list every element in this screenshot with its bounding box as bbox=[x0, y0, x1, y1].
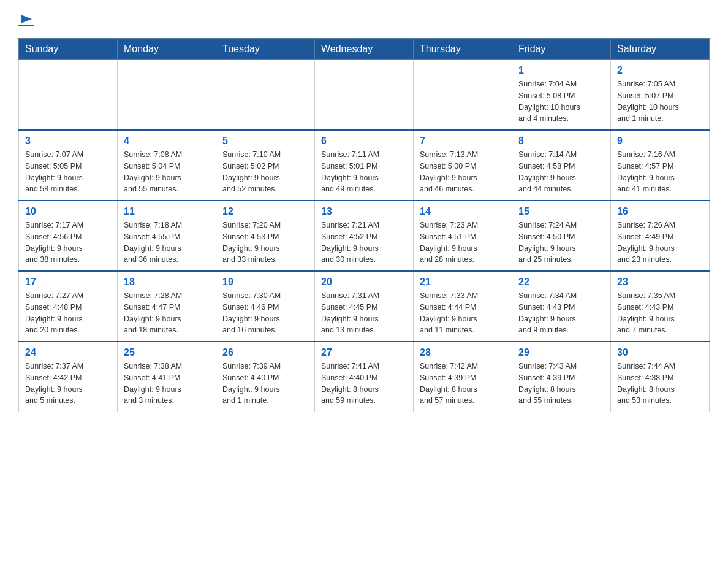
day-info: Sunrise: 7:27 AMSunset: 4:48 PMDaylight:… bbox=[25, 290, 111, 336]
calendar-cell: 9Sunrise: 7:16 AMSunset: 4:57 PMDaylight… bbox=[611, 130, 710, 201]
day-info: Sunrise: 7:43 AMSunset: 4:39 PMDaylight:… bbox=[518, 361, 604, 407]
day-number: 8 bbox=[518, 136, 604, 147]
day-number: 25 bbox=[124, 347, 210, 358]
day-info: Sunrise: 7:41 AMSunset: 4:40 PMDaylight:… bbox=[321, 361, 407, 407]
day-info: Sunrise: 7:17 AMSunset: 4:56 PMDaylight:… bbox=[25, 220, 111, 266]
calendar-cell bbox=[19, 60, 118, 131]
calendar-week-row-4: 17Sunrise: 7:27 AMSunset: 4:48 PMDayligh… bbox=[19, 271, 710, 342]
day-number: 3 bbox=[25, 136, 111, 147]
day-info: Sunrise: 7:07 AMSunset: 5:05 PMDaylight:… bbox=[25, 149, 111, 195]
day-info: Sunrise: 7:37 AMSunset: 4:42 PMDaylight:… bbox=[25, 361, 111, 407]
calendar-week-row-2: 3Sunrise: 7:07 AMSunset: 5:05 PMDaylight… bbox=[19, 130, 710, 201]
day-info: Sunrise: 7:10 AMSunset: 5:02 PMDaylight:… bbox=[222, 149, 308, 195]
calendar-cell: 5Sunrise: 7:10 AMSunset: 5:02 PMDaylight… bbox=[216, 130, 315, 201]
day-info: Sunrise: 7:18 AMSunset: 4:55 PMDaylight:… bbox=[124, 220, 210, 266]
day-info: Sunrise: 7:11 AMSunset: 5:01 PMDaylight:… bbox=[321, 149, 407, 195]
day-number: 19 bbox=[222, 277, 308, 288]
calendar-cell: 8Sunrise: 7:14 AMSunset: 4:58 PMDaylight… bbox=[512, 130, 611, 201]
day-number: 24 bbox=[25, 347, 111, 358]
calendar-cell: 4Sunrise: 7:08 AMSunset: 5:04 PMDaylight… bbox=[118, 130, 216, 201]
calendar-cell: 30Sunrise: 7:44 AMSunset: 4:38 PMDayligh… bbox=[611, 342, 710, 412]
calendar-cell: 10Sunrise: 7:17 AMSunset: 4:56 PMDayligh… bbox=[19, 201, 118, 271]
calendar-cell: 2Sunrise: 7:05 AMSunset: 5:07 PMDaylight… bbox=[611, 60, 710, 131]
calendar-cell: 1Sunrise: 7:04 AMSunset: 5:08 PMDaylight… bbox=[512, 60, 611, 131]
day-info: Sunrise: 7:39 AMSunset: 4:40 PMDaylight:… bbox=[222, 361, 308, 407]
calendar-cell: 22Sunrise: 7:34 AMSunset: 4:43 PMDayligh… bbox=[512, 271, 611, 342]
day-number: 12 bbox=[222, 206, 308, 217]
calendar-week-row-1: 1Sunrise: 7:04 AMSunset: 5:08 PMDaylight… bbox=[19, 60, 710, 131]
calendar-cell: 15Sunrise: 7:24 AMSunset: 4:50 PMDayligh… bbox=[512, 201, 611, 271]
calendar-cell: 21Sunrise: 7:33 AMSunset: 4:44 PMDayligh… bbox=[414, 271, 512, 342]
weekday-header-thursday: Thursday bbox=[414, 39, 512, 60]
day-info: Sunrise: 7:44 AMSunset: 4:38 PMDaylight:… bbox=[617, 361, 703, 407]
day-info: Sunrise: 7:30 AMSunset: 4:46 PMDaylight:… bbox=[222, 290, 308, 336]
calendar-week-row-3: 10Sunrise: 7:17 AMSunset: 4:56 PMDayligh… bbox=[19, 201, 710, 271]
day-info: Sunrise: 7:26 AMSunset: 4:49 PMDaylight:… bbox=[617, 220, 703, 266]
weekday-header-row: SundayMondayTuesdayWednesdayThursdayFrid… bbox=[19, 39, 710, 60]
day-number: 21 bbox=[420, 277, 506, 288]
day-info: Sunrise: 7:16 AMSunset: 4:57 PMDaylight:… bbox=[617, 149, 703, 195]
svg-marker-0 bbox=[21, 15, 32, 23]
day-number: 29 bbox=[518, 347, 604, 358]
day-number: 6 bbox=[321, 136, 407, 147]
calendar-cell: 24Sunrise: 7:37 AMSunset: 4:42 PMDayligh… bbox=[19, 342, 118, 412]
calendar-cell: 20Sunrise: 7:31 AMSunset: 4:45 PMDayligh… bbox=[315, 271, 414, 342]
day-number: 11 bbox=[124, 206, 210, 217]
page-header bbox=[18, 12, 710, 26]
day-number: 22 bbox=[518, 277, 604, 288]
day-number: 4 bbox=[124, 136, 210, 147]
day-info: Sunrise: 7:35 AMSunset: 4:43 PMDaylight:… bbox=[617, 290, 703, 336]
calendar-cell: 16Sunrise: 7:26 AMSunset: 4:49 PMDayligh… bbox=[611, 201, 710, 271]
calendar-cell: 19Sunrise: 7:30 AMSunset: 4:46 PMDayligh… bbox=[216, 271, 315, 342]
day-info: Sunrise: 7:08 AMSunset: 5:04 PMDaylight:… bbox=[124, 149, 210, 195]
day-number: 26 bbox=[222, 347, 308, 358]
calendar-cell bbox=[216, 60, 315, 131]
day-number: 7 bbox=[420, 136, 506, 147]
calendar-cell bbox=[118, 60, 216, 131]
calendar-cell: 18Sunrise: 7:28 AMSunset: 4:47 PMDayligh… bbox=[118, 271, 216, 342]
logo-triangle-icon bbox=[20, 12, 33, 26]
calendar-cell: 12Sunrise: 7:20 AMSunset: 4:53 PMDayligh… bbox=[216, 201, 315, 271]
weekday-header-sunday: Sunday bbox=[19, 39, 118, 60]
day-info: Sunrise: 7:34 AMSunset: 4:43 PMDaylight:… bbox=[518, 290, 604, 336]
calendar-cell: 3Sunrise: 7:07 AMSunset: 5:05 PMDaylight… bbox=[19, 130, 118, 201]
day-info: Sunrise: 7:20 AMSunset: 4:53 PMDaylight:… bbox=[222, 220, 308, 266]
calendar-cell: 27Sunrise: 7:41 AMSunset: 4:40 PMDayligh… bbox=[315, 342, 414, 412]
calendar-cell: 6Sunrise: 7:11 AMSunset: 5:01 PMDaylight… bbox=[315, 130, 414, 201]
calendar-cell bbox=[414, 60, 512, 131]
day-number: 9 bbox=[617, 136, 703, 147]
day-info: Sunrise: 7:14 AMSunset: 4:58 PMDaylight:… bbox=[518, 149, 604, 195]
calendar-cell bbox=[315, 60, 414, 131]
weekday-header-tuesday: Tuesday bbox=[216, 39, 315, 60]
day-number: 2 bbox=[617, 65, 703, 76]
day-info: Sunrise: 7:04 AMSunset: 5:08 PMDaylight:… bbox=[518, 79, 604, 124]
calendar-week-row-5: 24Sunrise: 7:37 AMSunset: 4:42 PMDayligh… bbox=[19, 342, 710, 412]
calendar-cell: 26Sunrise: 7:39 AMSunset: 4:40 PMDayligh… bbox=[216, 342, 315, 412]
weekday-header-monday: Monday bbox=[118, 39, 216, 60]
day-info: Sunrise: 7:42 AMSunset: 4:39 PMDaylight:… bbox=[420, 361, 506, 407]
day-number: 13 bbox=[321, 206, 407, 217]
weekday-header-friday: Friday bbox=[512, 39, 611, 60]
day-number: 30 bbox=[617, 347, 703, 358]
logo-underline bbox=[18, 25, 34, 26]
logo-shape-icon bbox=[20, 12, 33, 26]
day-number: 5 bbox=[222, 136, 308, 147]
day-info: Sunrise: 7:33 AMSunset: 4:44 PMDaylight:… bbox=[420, 290, 506, 336]
day-number: 27 bbox=[321, 347, 407, 358]
day-info: Sunrise: 7:28 AMSunset: 4:47 PMDaylight:… bbox=[124, 290, 210, 336]
calendar-cell: 11Sunrise: 7:18 AMSunset: 4:55 PMDayligh… bbox=[118, 201, 216, 271]
day-number: 28 bbox=[420, 347, 506, 358]
day-number: 1 bbox=[518, 65, 604, 76]
day-info: Sunrise: 7:31 AMSunset: 4:45 PMDaylight:… bbox=[321, 290, 407, 336]
calendar-cell: 17Sunrise: 7:27 AMSunset: 4:48 PMDayligh… bbox=[19, 271, 118, 342]
day-number: 20 bbox=[321, 277, 407, 288]
logo bbox=[18, 12, 34, 26]
day-info: Sunrise: 7:05 AMSunset: 5:07 PMDaylight:… bbox=[617, 79, 703, 124]
day-info: Sunrise: 7:24 AMSunset: 4:50 PMDaylight:… bbox=[518, 220, 604, 266]
day-number: 10 bbox=[25, 206, 111, 217]
day-number: 14 bbox=[420, 206, 506, 217]
day-number: 23 bbox=[617, 277, 703, 288]
calendar-cell: 14Sunrise: 7:23 AMSunset: 4:51 PMDayligh… bbox=[414, 201, 512, 271]
weekday-header-wednesday: Wednesday bbox=[315, 39, 414, 60]
day-number: 17 bbox=[25, 277, 111, 288]
